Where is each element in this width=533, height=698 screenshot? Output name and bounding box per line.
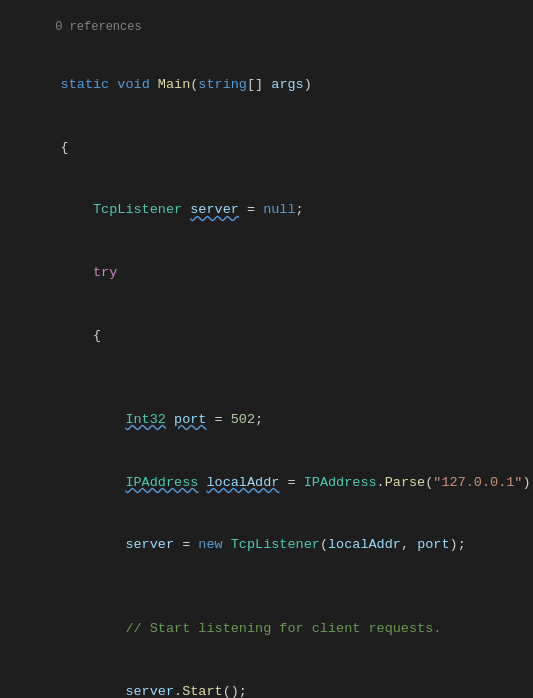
gutter-3 [0,180,8,243]
var-server-2: server [125,537,174,552]
literal-502: 502 [231,412,255,427]
code-line-try: try [0,242,533,305]
kw-static: static [61,77,110,92]
type-string: string [198,77,247,92]
gutter-4 [0,242,8,305]
gutter-2 [0,117,8,180]
string-ip: "127.0.0.1" [433,475,522,490]
code-line-ipaddress: IPAddress localAddr = IPAddress.Parse("1… [0,452,533,515]
line-ipaddress-content: IPAddress localAddr = IPAddress.Parse("1… [8,452,533,515]
var-localaddr: localAddr [206,475,279,490]
gutter-6 [0,368,8,389]
code-line-tcplistener-decl: TcpListener server = null; [0,180,533,243]
kw-null: null [263,202,295,217]
var-server: server [190,202,239,217]
line-try-content: try [8,242,533,305]
type-ipaddress-2: IPAddress [304,475,377,490]
code-line-comment-start: // Start listening for client requests. [0,598,533,661]
param-args: args [271,77,303,92]
code-line-server-start: server.Start(); [0,661,533,698]
gutter-decoration [0,0,8,54]
type-int32: Int32 [125,412,166,427]
line-main-content: static void Main(string[] args) [8,54,533,117]
code-line-main: static void Main(string[] args) [0,54,533,117]
gutter-10 [0,577,8,598]
gutter-7 [0,389,8,452]
kw-void: void [117,77,149,92]
code-line-blank-2 [0,577,533,598]
line-comment-start-content: // Start listening for client requests. [8,598,533,661]
code-line-open-brace-try: { [0,305,533,368]
kw-try: try [93,265,117,280]
var-port: port [174,412,206,427]
var-server-3: server [125,684,174,698]
method-start: Start [182,684,223,698]
gutter-9 [0,514,8,577]
ref-count: 0 references [55,20,141,34]
var-localaddr-2: localAddr [328,537,401,552]
gutter-1 [0,54,8,117]
references-line: 0 references [0,0,533,54]
method-main: Main [158,77,190,92]
type-tcplistener: TcpListener [93,202,182,217]
line-tcplistener-content: TcpListener server = null; [8,180,533,243]
line-open-brace-try: { [8,305,533,368]
code-line-server-assign: server = new TcpListener(localAddr, port… [0,514,533,577]
line-server-start-content: server.Start(); [8,661,533,698]
line-server-assign-content: server = new TcpListener(localAddr, port… [8,514,533,577]
line-open-brace-main: { [8,117,533,180]
type-ipaddress: IPAddress [125,475,198,490]
comment-start-listening: // Start listening for client requests. [125,621,441,636]
method-parse: Parse [385,475,426,490]
code-line-open-brace-main: { [0,117,533,180]
gutter-11 [0,598,8,661]
kw-new: new [198,537,222,552]
line-int32-content: Int32 port = 502; [8,389,533,452]
references-text: 0 references [8,0,533,54]
type-tcplistener-2: TcpListener [231,537,320,552]
code-line-blank-1 [0,368,533,389]
var-port-2: port [417,537,449,552]
gutter-12 [0,661,8,698]
gutter-8 [0,452,8,515]
gutter-5 [0,305,8,368]
code-line-int32: Int32 port = 502; [0,389,533,452]
code-editor: 0 references static void Main(string[] a… [0,0,533,698]
